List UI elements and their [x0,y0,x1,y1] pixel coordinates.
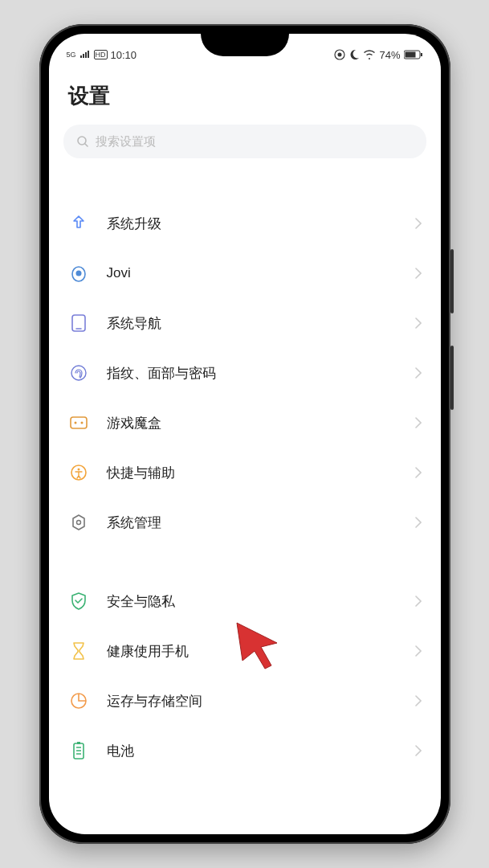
item-battery[interactable]: 电池 [49,726,441,776]
fingerprint-icon [68,362,89,383]
search-icon [76,135,89,148]
item-system-mgmt[interactable]: 系统管理 [49,497,441,547]
item-label: 电池 [107,742,415,760]
moon-icon [348,49,360,60]
page-title: 设置 [68,82,422,110]
item-system-upgrade[interactable]: 系统升级 [49,199,441,248]
svg-point-14 [80,422,83,424]
status-time: 10:10 [111,49,137,61]
jovi-icon [68,263,89,284]
svg-line-6 [85,144,88,146]
chevron-right-icon [415,467,422,478]
system-mgmt-icon [68,512,89,533]
svg-point-8 [75,271,81,276]
item-label: 系统管理 [107,514,415,532]
item-security[interactable]: 安全与隐私 [49,576,441,626]
gamebox-icon [68,412,89,433]
storage-icon [68,690,89,711]
item-label: 运存与存储空间 [107,692,415,710]
item-fingerprint[interactable]: 指纹、面部与密码 [49,348,441,398]
svg-point-11 [71,366,86,380]
svg-rect-12 [71,417,87,428]
item-label: 系统导航 [107,314,415,333]
svg-point-1 [338,53,342,57]
accessibility-icon [68,462,89,483]
chevron-right-icon [415,645,422,657]
item-gamebox[interactable]: 游戏魔盒 [49,398,441,448]
item-jovi[interactable]: Jovi [49,248,441,298]
item-label: 游戏魔盒 [107,414,415,432]
chevron-right-icon [415,317,422,329]
item-label: Jovi [107,265,415,281]
battery-icon [404,50,423,59]
chevron-right-icon [415,417,422,428]
item-system-nav[interactable]: 系统导航 [49,298,441,348]
status-hd: HD [94,50,108,59]
security-icon [68,591,89,612]
item-accessibility[interactable]: 快捷与辅助 [49,448,441,497]
item-label: 健康使用手机 [107,642,415,661]
item-label: 安全与隐私 [107,592,415,611]
search-placeholder: 搜索设置项 [96,134,156,149]
chevron-right-icon [415,695,422,706]
svg-rect-20 [77,742,80,744]
upgrade-icon [68,213,89,234]
chevron-right-icon [415,745,422,756]
item-storage[interactable]: 运存与存储空间 [49,676,441,726]
chevron-right-icon [415,367,422,379]
battery-icon [68,740,89,761]
item-label: 快捷与辅助 [107,464,415,482]
wifi-icon [363,50,376,59]
chevron-right-icon [415,268,422,279]
svg-point-16 [77,469,79,471]
item-label: 指纹、面部与密码 [107,364,415,383]
chevron-right-icon [415,517,422,528]
svg-rect-3 [405,52,415,58]
chevron-right-icon [415,596,422,607]
search-input[interactable]: 搜索设置项 [63,125,426,158]
digital-wellbeing-icon [68,641,89,661]
status-signal: 5G [67,51,76,59]
status-battery: 74% [379,49,400,61]
item-digital-wellbeing[interactable]: 健康使用手机 [49,626,441,676]
nav-icon [68,313,89,334]
item-label: 系统升级 [107,215,415,233]
svg-point-13 [74,422,76,424]
settings-group-2: 安全与隐私 健康使用手机 运存与存储空间 [49,576,441,776]
settings-group-1: 系统升级 Jovi 系统导航 指纹 [49,199,441,547]
svg-point-17 [76,521,80,525]
svg-rect-4 [421,53,422,56]
chevron-right-icon [415,218,422,229]
dnd-icon [334,49,345,60]
